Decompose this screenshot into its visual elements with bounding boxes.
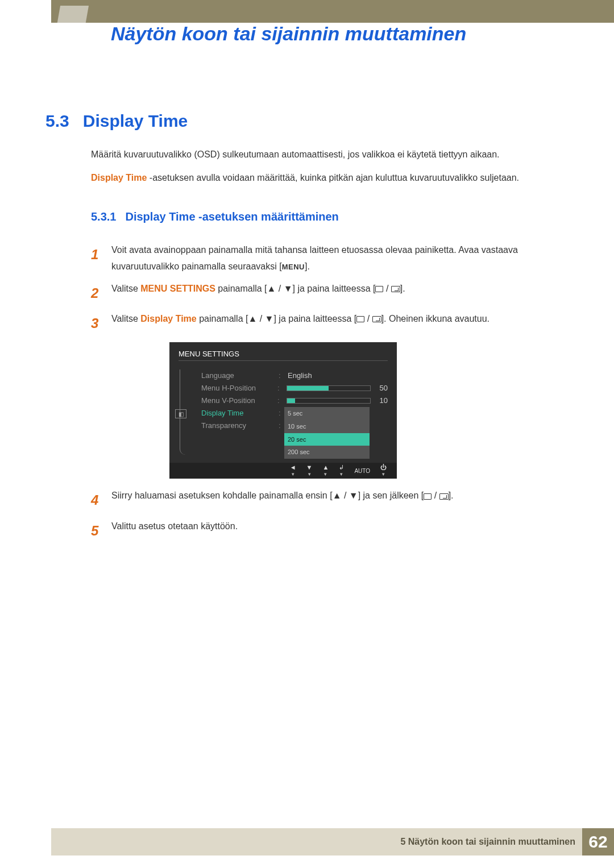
osd-row-v-position: Menu V-Position : 10 <box>201 394 388 407</box>
step-text: Valittu asetus otetaan käyttöön. <box>111 518 563 543</box>
up-down-icon: ▲ / ▼ <box>248 314 273 323</box>
step-2a: Valitse <box>111 284 140 293</box>
step-2d: ]. <box>400 284 405 293</box>
source-icon <box>356 316 364 322</box>
osd-dropdown: 5 sec 10 sec 20 sec 200 sec <box>284 407 370 459</box>
enter-icon <box>391 286 400 292</box>
step-text: Siirry haluamasi asetuksen kohdalle pain… <box>111 488 563 512</box>
osd-label: Transparency <box>201 420 275 432</box>
up-down-icon: ▲ / ▼ <box>267 284 293 293</box>
colon: : <box>279 369 284 382</box>
step-3c: ] ja paina laitteessa [ <box>273 314 356 323</box>
header-bar <box>51 0 614 23</box>
step-4b: ] ja sen jälkeen [ <box>358 491 424 500</box>
osd-slider-fill <box>287 386 329 391</box>
step-number: 1 <box>91 242 101 275</box>
step-number: 5 <box>91 518 101 543</box>
steps-list-cont: 4 Siirry haluamasi asetuksen kohdalle pa… <box>91 488 563 542</box>
osd-screenshot: MENU SETTINGS ◧ Language : English Menu … <box>169 342 397 479</box>
osd-value: 50 <box>380 382 388 394</box>
nav-enter-icon: ↲▾ <box>339 464 344 477</box>
page-number: 62 <box>582 828 614 855</box>
term-display-time: Display Time <box>91 173 147 182</box>
display-time-label: Display Time <box>140 314 196 323</box>
nav-up-icon: ▲▾ <box>323 464 329 477</box>
body-content: Määritä kuvaruutuvalikko (OSD) sulkeutum… <box>91 147 563 549</box>
colon: : <box>277 394 283 407</box>
osd-option: 200 sec <box>284 446 370 459</box>
step-3: 3 Valitse Display Time painamalla [▲ / ▼… <box>91 311 563 335</box>
step-number: 3 <box>91 311 101 335</box>
step-1a: Voit avata avainoppaan painamalla mitä t… <box>111 245 518 271</box>
colon: : <box>277 382 283 394</box>
colon: : <box>279 420 284 432</box>
section-heading: 5.3 Display Time <box>45 111 188 131</box>
section-number: 5.3 <box>45 111 69 131</box>
step-text: Valitse MENU SETTINGS painamalla [▲ / ▼]… <box>111 281 563 305</box>
osd-option-selected: 20 sec <box>284 433 370 446</box>
nav-down-icon: ▼▾ <box>306 464 313 477</box>
source-icon <box>424 493 432 500</box>
osd-slider-fill <box>287 398 296 403</box>
steps-list: 1 Voit avata avainoppaan painamalla mitä… <box>91 242 563 335</box>
step-number: 4 <box>91 488 101 512</box>
enter-icon <box>439 493 449 500</box>
osd-label: Language <box>201 369 275 382</box>
menu-settings-label: MENU SETTINGS <box>140 284 215 293</box>
osd-title: MENU SETTINGS <box>179 348 239 360</box>
menu-label: MENU <box>282 263 305 271</box>
osd-option: 5 sec <box>284 407 370 420</box>
intro-paragraph-2: Display Time -asetuksen avulla voidaan m… <box>91 170 563 185</box>
footer-text: 5 Näytön koon tai sijainnin muuttaminen <box>400 837 582 847</box>
footer-bar: 5 Näytön koon tai sijainnin muuttaminen … <box>51 828 614 855</box>
osd-slider <box>287 398 371 404</box>
osd-divider <box>179 360 388 361</box>
step-2: 2 Valitse MENU SETTINGS painamalla [▲ / … <box>91 281 563 305</box>
step-5: 5 Valittu asetus otetaan käyttöön. <box>91 518 563 543</box>
osd-slider <box>287 385 371 391</box>
step-text: Voit avata avainoppaan painamalla mitä t… <box>111 242 563 275</box>
osd-value: English <box>288 369 373 382</box>
subsection-number: 5.3.1 <box>91 207 116 226</box>
osd-label-selected: Display Time <box>201 407 275 420</box>
subsection-heading: 5.3.1 Display Time -asetuksen määrittämi… <box>91 207 563 226</box>
chapter-title: Näytön koon tai sijainnin muuttaminen <box>111 23 466 45</box>
osd-row-language: Language : English <box>201 369 388 382</box>
step-3d: ]. Oheinen ikkuna avautuu. <box>381 314 489 323</box>
nav-back-icon: ◄▾ <box>290 464 296 477</box>
subsection-title: Display Time -asetuksen määrittäminen <box>125 207 338 226</box>
osd-category-icon: ◧ <box>175 409 186 418</box>
colon: : <box>279 407 284 420</box>
osd-label: Menu H-Position <box>201 382 274 394</box>
source-icon <box>375 286 383 292</box>
intro-p2-rest: -asetuksen avulla voidaan määrittää, kui… <box>147 173 519 182</box>
step-1: 1 Voit avata avainoppaan painamalla mitä… <box>91 242 563 275</box>
enter-icon <box>372 316 381 322</box>
step-2b: painamalla [ <box>215 284 267 293</box>
osd-bottom-bar: ◄▾ ▼▾ ▲▾ ↲▾ AUTO ⏻▾ <box>169 463 397 479</box>
section-title: Display Time <box>83 111 188 131</box>
step-3a: Valitse <box>111 314 140 323</box>
step-number: 2 <box>91 281 101 305</box>
intro-paragraph-1: Määritä kuvaruutuvalikko (OSD) sulkeutum… <box>91 147 563 162</box>
step-4: 4 Siirry haluamasi asetuksen kohdalle pa… <box>91 488 563 512</box>
power-icon: ⏻▾ <box>380 464 387 477</box>
osd-row-h-position: Menu H-Position : 50 <box>201 382 388 394</box>
osd-option: 10 sec <box>284 420 370 433</box>
step-4c: ]. <box>449 491 454 500</box>
step-2c: ] ja paina laitteessa [ <box>293 284 376 293</box>
step-text: Valitse Display Time painamalla [▲ / ▼] … <box>111 311 563 335</box>
step-4a: Siirry haluamasi asetuksen kohdalle pain… <box>111 491 333 500</box>
up-down-icon: ▲ / ▼ <box>333 491 358 500</box>
osd-value: 10 <box>380 394 388 407</box>
chapter-tab-decoration <box>56 6 89 32</box>
step-1b: ]. <box>305 261 310 271</box>
step-3b: painamalla [ <box>197 314 248 323</box>
osd-label: Menu V-Position <box>201 394 274 407</box>
auto-label: AUTO <box>354 466 370 476</box>
